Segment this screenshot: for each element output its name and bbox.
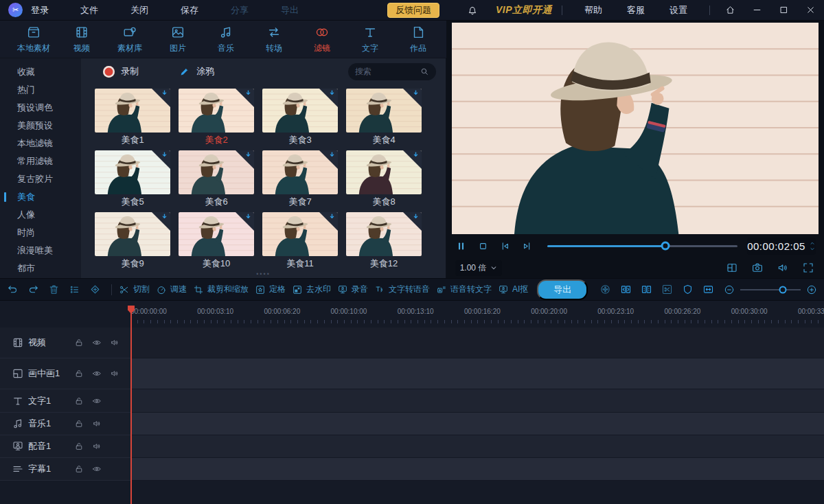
menu-item-文件[interactable]: 文件	[80, 4, 98, 16]
detail-list-icon[interactable]	[69, 284, 80, 295]
lock-icon[interactable]	[74, 338, 84, 347]
record-button[interactable]: 录制	[103, 65, 139, 78]
sidebar-item-美食[interactable]: 美食	[0, 188, 81, 206]
settings-button[interactable]: 设置	[670, 4, 687, 16]
tab-图片[interactable]: 图片	[154, 25, 202, 54]
visibility-icon[interactable]	[92, 369, 102, 378]
sidebar-item-收藏[interactable]: 收藏	[0, 63, 81, 81]
tool-裁剪和缩放[interactable]: 裁剪和缩放	[193, 284, 249, 295]
filter-card-美食5[interactable]: 美食5	[95, 150, 170, 211]
visibility-icon[interactable]	[92, 396, 102, 406]
speed-dropdown[interactable]: 1.00 倍	[455, 260, 502, 276]
mirror-panels-icon[interactable]	[641, 284, 652, 295]
filter-card-美食12[interactable]: 美食12	[346, 212, 422, 273]
filter-card-美食10[interactable]: 美食10	[179, 212, 254, 273]
filter-card-美食7[interactable]: 美食7	[262, 150, 338, 211]
tab-音乐[interactable]: 音乐	[202, 25, 250, 54]
sidebar-item-人像[interactable]: 人像	[0, 206, 81, 224]
lock-icon[interactable]	[74, 442, 84, 451]
vip-upgrade-button[interactable]: VIP立即开通	[496, 4, 552, 16]
volume-icon[interactable]	[777, 262, 789, 274]
lock-icon[interactable]	[74, 369, 84, 378]
tool-切割[interactable]: 切割	[119, 284, 150, 295]
tool-去水印[interactable]: 去水印	[292, 284, 331, 295]
tool-定格[interactable]: 定格	[255, 284, 286, 295]
audio-icon[interactable]	[92, 419, 102, 428]
split-clip-icon[interactable]	[620, 284, 632, 295]
track-lane-画中画1[interactable]	[130, 358, 824, 389]
tool-文字转语音[interactable]: 文字转语音	[374, 284, 430, 295]
close-icon[interactable]	[805, 5, 816, 15]
layout-split-icon[interactable]	[726, 262, 738, 274]
support-button[interactable]: 客服	[627, 4, 645, 16]
sidebar-item-预设调色[interactable]: 预设调色	[0, 99, 81, 117]
minimize-icon[interactable]	[752, 5, 762, 15]
zoom-in-icon[interactable]	[806, 284, 817, 295]
filter-card-美食11[interactable]: 美食11	[262, 212, 338, 273]
tab-文字[interactable]: 文字	[346, 25, 394, 54]
zoom-knob[interactable]	[779, 286, 786, 293]
sidebar-item-美颜预设[interactable]: 美颜预设	[0, 117, 81, 135]
lock-icon[interactable]	[74, 464, 84, 474]
panel-resize-handle[interactable]: ••••	[256, 271, 271, 277]
time-step-up-icon[interactable]	[809, 241, 816, 246]
cut-box-icon[interactable]	[661, 284, 673, 295]
tool-AI抠[interactable]: AI抠	[498, 284, 528, 295]
filter-card-美食3[interactable]: 美食3	[262, 89, 338, 149]
visibility-icon[interactable]	[92, 464, 102, 474]
timeline-ruler[interactable]: 00:00:00:0000:00:03:1000:00:06:2000:00:1…	[130, 306, 824, 323]
audio-icon[interactable]	[110, 369, 119, 378]
track-lane-音乐1[interactable]	[130, 413, 824, 435]
prev-frame-button[interactable]	[499, 240, 511, 252]
lock-icon[interactable]	[74, 396, 84, 406]
zoom-out-icon[interactable]	[724, 284, 735, 295]
snapshot-camera-icon[interactable]	[751, 262, 764, 274]
undo-icon[interactable]	[7, 284, 19, 295]
tab-滤镜[interactable]: 滤镜	[298, 25, 346, 54]
search-input[interactable]: 搜索	[348, 63, 436, 80]
sidebar-item-本地滤镜[interactable]: 本地滤镜	[0, 135, 81, 152]
tool-调速[interactable]: 调速	[156, 284, 187, 295]
track-lane-配音1[interactable]	[130, 435, 824, 458]
doodle-button[interactable]: 涂鸦	[179, 65, 214, 78]
track-lane-文字1[interactable]	[130, 389, 824, 413]
sidebar-item-热门[interactable]: 热门	[0, 81, 81, 99]
tab-转场[interactable]: 转场	[250, 25, 298, 54]
track-lane-视频[interactable]	[130, 328, 824, 358]
sidebar-item-浪漫唯美[interactable]: 浪漫唯美	[0, 242, 81, 260]
filter-card-美食2[interactable]: 美食2	[179, 89, 254, 149]
delete-icon[interactable]	[48, 284, 60, 295]
keyframe-icon[interactable]	[89, 284, 101, 295]
bell-icon[interactable]	[467, 5, 478, 16]
tab-本地素材[interactable]: 本地素材	[10, 25, 58, 54]
menu-item-保存[interactable]: 保存	[181, 4, 198, 16]
maximize-icon[interactable]	[779, 5, 789, 15]
filter-card-美食8[interactable]: 美食8	[346, 150, 422, 211]
film-reel-icon[interactable]	[599, 284, 611, 295]
lock-icon[interactable]	[74, 419, 84, 428]
filter-card-美食9[interactable]: 美食9	[95, 212, 170, 273]
stop-button[interactable]	[477, 240, 489, 252]
sidebar-item-都市[interactable]: 都市	[0, 260, 81, 277]
export-button[interactable]: 导出	[537, 279, 588, 300]
help-button[interactable]: 帮助	[584, 4, 602, 16]
sidebar-item-常用滤镜[interactable]: 常用滤镜	[0, 152, 81, 170]
shield-icon[interactable]	[682, 284, 694, 295]
tool-录音[interactable]: 录音	[337, 284, 368, 295]
fullscreen-icon[interactable]	[802, 262, 814, 274]
filter-card-美食6[interactable]: 美食6	[179, 150, 254, 211]
filter-card-美食4[interactable]: 美食4	[346, 89, 422, 149]
pause-button[interactable]	[455, 240, 467, 252]
login-button[interactable]: 登录	[31, 4, 49, 16]
audio-icon[interactable]	[110, 338, 119, 347]
tab-素材库[interactable]: 素材库	[106, 25, 154, 54]
tab-视频[interactable]: 视频	[58, 25, 106, 54]
visibility-icon[interactable]	[92, 338, 102, 347]
seek-knob[interactable]	[661, 242, 670, 251]
audio-icon[interactable]	[92, 442, 102, 451]
time-step-down-icon[interactable]	[809, 247, 816, 251]
timeline-zoom-slider[interactable]	[740, 286, 801, 294]
menu-item-关闭[interactable]: 关闭	[130, 4, 148, 16]
filter-card-美食1[interactable]: 美食1	[95, 89, 170, 149]
playhead[interactable]	[130, 306, 132, 504]
